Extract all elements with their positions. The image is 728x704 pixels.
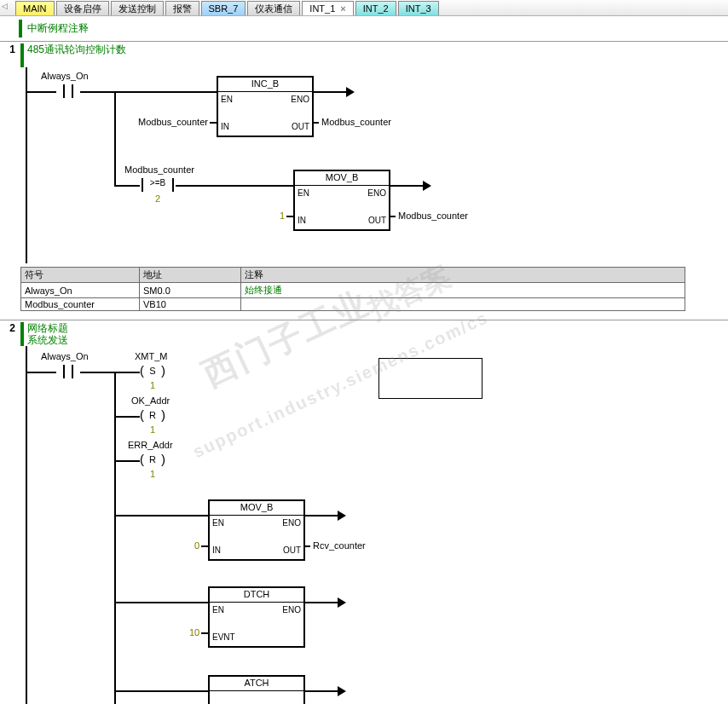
mov-b-2-in-operand: 0 [194,540,199,551]
wire [201,632,208,634]
compare-op: >=B [140,178,176,188]
network-1-ladder[interactable]: Always_On INC_B EN ENO IN OUT Modbus_cou… [20,67,728,263]
pin-eno: ENO [282,518,301,528]
network-2-title[interactable]: 网络标题 系统发送 [20,320,728,346]
divider [210,602,303,603]
table-row[interactable]: Modbus_counter VB10 [21,298,685,311]
pin-eno: ENO [291,95,309,104]
pin-in: IN [221,122,229,131]
tab-meter-comm[interactable]: 仪表通信 [247,1,300,15]
tab-int1-close-icon[interactable]: × [340,3,345,14]
pin-out: OUT [283,545,301,555]
pin-in: IN [298,216,306,225]
mov-b-2-out-operand: Rcv_counter [313,540,366,551]
pin-en: EN [298,188,309,198]
wire [389,216,396,217]
wire [176,185,293,187]
sym-addr: SM0.0 [140,283,241,298]
wire [114,91,116,187]
pin-in: IN [212,545,221,555]
network-2-number: 2 [0,322,15,334]
tab-int2[interactable]: INT_2 [355,1,396,15]
network-2-title-l1: 网络标题 [20,322,728,334]
compare-const: 2 [155,193,160,204]
tab-nav-left-icon[interactable]: ◁ [2,2,8,10]
tab-int3[interactable]: INT_3 [398,1,439,15]
pin-out: OUT [292,122,309,131]
block-mov-b-1[interactable]: MOV_B EN ENO IN OUT [293,170,390,231]
sym-col-comment[interactable]: 注释 [241,268,685,283]
wire [312,122,319,124]
contact-always-on[interactable] [56,84,80,98]
wire [27,91,56,93]
contact-always-on-2[interactable] [56,365,80,378]
wire [114,602,208,603]
table-row[interactable]: Always_On SM0.0 始终接通 [21,283,685,298]
dtch-evnt-operand: 10 [189,627,199,638]
wire [114,416,140,418]
symbol-table-1: 符号 地址 注释 Always_On SM0.0 始终接通 Modbus_cou… [20,267,685,311]
sym-name: Always_On [21,283,140,298]
wire [201,545,208,547]
coil-xmt-m[interactable]: (S) [140,365,165,378]
file-comment: 中断例程注释 [19,20,728,38]
sym-comment: 始终接通 [241,283,685,298]
block-inc-b[interactable]: INC_B EN ENO IN OUT [217,76,314,137]
block-mov-b-2-title: MOV_B [210,502,303,512]
block-atch[interactable]: ATCH [208,675,305,704]
wire [27,372,56,373]
wire [303,545,310,547]
sym-col-symbol[interactable]: 符号 [21,268,140,283]
divider [210,515,303,516]
network-area: 1 485通讯轮询控制计数 Always_On INC_B EN ENO IN … [0,41,728,704]
divider [218,91,312,92]
mov-b-1-out-operand: Modbus_counter [398,211,468,221]
network-2-ladder[interactable]: Always_On (S) XMT_M 1 (R) OK_Addr 1 (R) … [20,346,728,704]
wire [114,185,140,187]
coil-ok-addr[interactable]: (R) [140,409,165,423]
compare-operand: Modbus_counter [124,164,194,175]
pin-en: EN [212,518,224,528]
coil-xmt-m-count: 1 [150,380,155,390]
pin-eno: ENO [282,605,301,615]
sym-col-address[interactable]: 地址 [140,268,241,283]
sym-name: Modbus_counter [21,298,140,311]
coil-err-addr-count: 1 [150,469,155,479]
network-1-title-text: 485通讯轮询控制计数 [20,43,728,55]
tab-device[interactable]: 设备启停 [56,1,109,15]
tab-send-ctrl[interactable]: 发送控制 [111,1,164,15]
inc-b-out-operand: Modbus_counter [321,117,391,127]
sym-comment [241,298,685,311]
contact-always-on-label: Always_On [41,71,89,81]
block-inc-b-title: INC_B [218,78,312,89]
network-1: 1 485通讯轮询控制计数 Always_On INC_B EN ENO IN … [0,41,728,311]
wire [114,372,116,704]
network-2-title-l2: 系统发送 [20,334,728,346]
pin-en: EN [212,605,224,615]
coil-err-addr-label: ERR_Addr [128,440,173,450]
tab-int1[interactable]: INT_1 × [302,1,353,15]
tab-main[interactable]: MAIN [15,1,55,15]
block-mov-b-2[interactable]: MOV_B EN ENO IN OUT [208,499,305,561]
wire [286,216,293,217]
compare-geb[interactable]: >=B [140,178,176,192]
pin-en: EN [221,95,233,104]
left-rail [26,67,27,263]
block-atch-title: ATCH [210,678,303,688]
tab-int1-label: INT_1 [309,3,335,14]
network-1-number: 1 [0,43,15,55]
wire [114,690,208,692]
block-dtch[interactable]: DTCH EN ENO EVNT [208,586,305,648]
tab-alarm[interactable]: 报警 [165,1,199,15]
callout-box[interactable] [378,358,482,399]
pin-out: OUT [368,216,386,225]
pin-eno: ENO [367,188,386,198]
sym-addr: VB10 [140,298,241,311]
pin-evnt: EVNT [212,632,235,642]
network-1-title[interactable]: 485通讯轮询控制计数 [20,42,728,67]
tab-sbr7[interactable]: SBR_7 [201,1,246,15]
network-2: 2 网络标题 系统发送 Always_On (S) XMT_M 1 (R) [0,320,728,704]
coil-err-addr[interactable]: (R) [140,453,165,467]
inc-b-in-operand: Modbus_counter [138,117,208,127]
tab-bar: ◁ MAIN 设备启停 发送控制 报警 SBR_7 仪表通信 INT_1 × I… [0,0,728,16]
